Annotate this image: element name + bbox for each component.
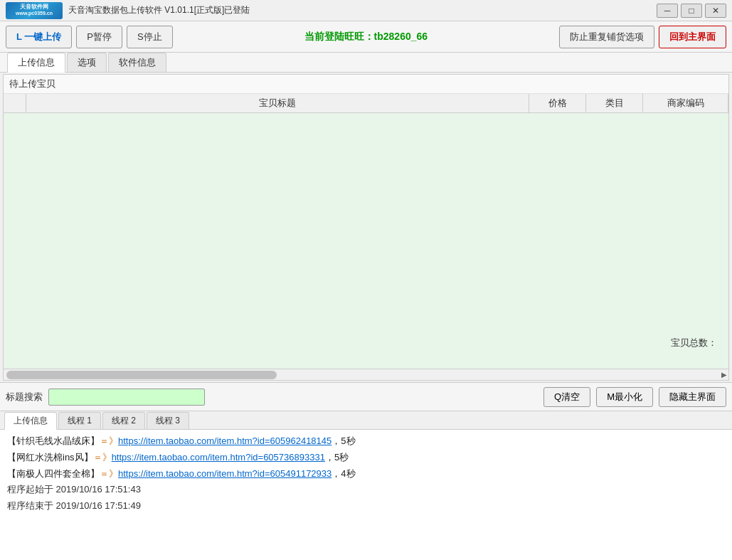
log-tab-thread3[interactable]: 线程 3 bbox=[147, 412, 189, 429]
log-arrow: ＝》 bbox=[100, 468, 118, 479]
tab-options[interactable]: 选项 bbox=[67, 53, 107, 72]
main-page-button[interactable]: 回到主界面 bbox=[659, 26, 726, 48]
log-section: 上传信息 线程 1 线程 2 线程 3 【针织毛线水晶绒床】＝》https://… bbox=[0, 411, 732, 560]
section-title: 待上传宝贝 bbox=[4, 75, 728, 94]
log-suffix: ，4秒 bbox=[331, 468, 355, 479]
main-toolbar: L 一键上传 P暂停 S停止 当前登陆旺旺：tb28260_66 防止重复铺货选… bbox=[0, 21, 732, 53]
log-prefix: 【南极人四件套全棉】 bbox=[7, 468, 100, 479]
col-checkbox bbox=[4, 94, 26, 112]
col-merchant-code: 商家编码 bbox=[643, 94, 728, 112]
prevent-duplicate-button[interactable]: 防止重复铺货选项 bbox=[559, 26, 654, 48]
log-tab-upload-info[interactable]: 上传信息 bbox=[4, 412, 57, 430]
log-tab-thread2[interactable]: 线程 2 bbox=[102, 412, 145, 429]
log-body: 【针织毛线水晶绒床】＝》https://item.taobao.com/item… bbox=[0, 430, 732, 560]
log-prefix: 【针织毛线水晶绒床】 bbox=[7, 435, 100, 446]
app-logo: 天音软件网www.pc0359.cn bbox=[6, 2, 63, 19]
col-category: 类目 bbox=[586, 94, 643, 112]
log-entry: 【南极人四件套全棉】＝》https://item.taobao.com/item… bbox=[7, 467, 725, 482]
maximize-window-btn[interactable]: □ bbox=[681, 4, 702, 18]
log-entry: 【网红水洗棉ins风】＝》https://item.taobao.com/ite… bbox=[7, 450, 725, 465]
tab-software-info[interactable]: 软件信息 bbox=[108, 53, 166, 72]
scroll-right-arrow[interactable]: ▶ bbox=[721, 371, 727, 379]
pause-button[interactable]: P暂停 bbox=[76, 26, 122, 48]
log-suffix: ，5秒 bbox=[331, 435, 355, 446]
clear-button[interactable]: Q清空 bbox=[543, 387, 590, 407]
log-link[interactable]: https://item.taobao.com/item.htm?id=6057… bbox=[112, 452, 325, 463]
search-label: 标题搜索 bbox=[6, 391, 43, 403]
log-link[interactable]: https://item.taobao.com/item.htm?id=6054… bbox=[118, 468, 331, 479]
log-entry: 程序起始于 2019/10/16 17:51:43 bbox=[7, 482, 725, 497]
hide-main-button[interactable]: 隐藏主界面 bbox=[659, 387, 726, 407]
product-table-container: 宝贝标题 价格 类目 商家编码 宝贝总数： bbox=[4, 94, 728, 369]
search-input[interactable] bbox=[48, 389, 205, 406]
title-bar: 天音软件网www.pc0359.cn 天音淘宝数据包上传软件 V1.01.1[正… bbox=[0, 0, 732, 21]
table-body: 宝贝总数： bbox=[4, 113, 728, 369]
bottom-toolbar: 标题搜索 Q清空 M最小化 隐藏主界面 bbox=[0, 382, 732, 411]
title-bar-text: 天音淘宝数据包上传软件 V1.01.1[正式版]已登陆 bbox=[68, 4, 657, 16]
log-prefix: 【网红水洗棉ins风】 bbox=[7, 452, 93, 463]
col-title: 宝贝标题 bbox=[26, 94, 529, 112]
close-window-btn[interactable]: ✕ bbox=[705, 4, 726, 18]
main-tab-bar: 上传信息 选项 软件信息 bbox=[0, 53, 732, 73]
table-empty-area: 宝贝总数： bbox=[4, 113, 728, 355]
table-header: 宝贝标题 价格 类目 商家编码 bbox=[4, 94, 728, 113]
tab-upload-info[interactable]: 上传信息 bbox=[7, 53, 65, 73]
current-user-display: 当前登陆旺旺：tb28260_66 bbox=[177, 31, 555, 43]
log-tab-bar: 上传信息 线程 1 线程 2 线程 3 bbox=[0, 411, 732, 430]
log-suffix: ，5秒 bbox=[325, 452, 349, 463]
main-content-area: 待上传宝贝 宝贝标题 价格 类目 商家编码 宝贝总数： ▶ bbox=[3, 74, 729, 381]
window-controls: ─ □ ✕ bbox=[657, 4, 726, 18]
stop-button[interactable]: S停止 bbox=[127, 26, 173, 48]
log-entry: 程序结束于 2019/10/16 17:51:49 bbox=[7, 499, 725, 514]
minimize-button[interactable]: M最小化 bbox=[596, 387, 653, 407]
total-count-label: 宝贝总数： bbox=[671, 337, 717, 349]
upload-button[interactable]: L 一键上传 bbox=[6, 26, 72, 48]
log-entry: 【针织毛线水晶绒床】＝》https://item.taobao.com/item… bbox=[7, 434, 725, 449]
log-link[interactable]: https://item.taobao.com/item.htm?id=6059… bbox=[118, 435, 331, 446]
log-arrow: ＝》 bbox=[100, 435, 118, 446]
log-tab-thread1[interactable]: 线程 1 bbox=[58, 412, 101, 429]
minimize-window-btn[interactable]: ─ bbox=[657, 4, 678, 18]
horizontal-scrollbar[interactable]: ▶ bbox=[4, 369, 728, 380]
col-price: 价格 bbox=[529, 94, 586, 112]
scroll-thumb[interactable] bbox=[6, 371, 277, 379]
log-arrow: ＝》 bbox=[93, 452, 112, 463]
